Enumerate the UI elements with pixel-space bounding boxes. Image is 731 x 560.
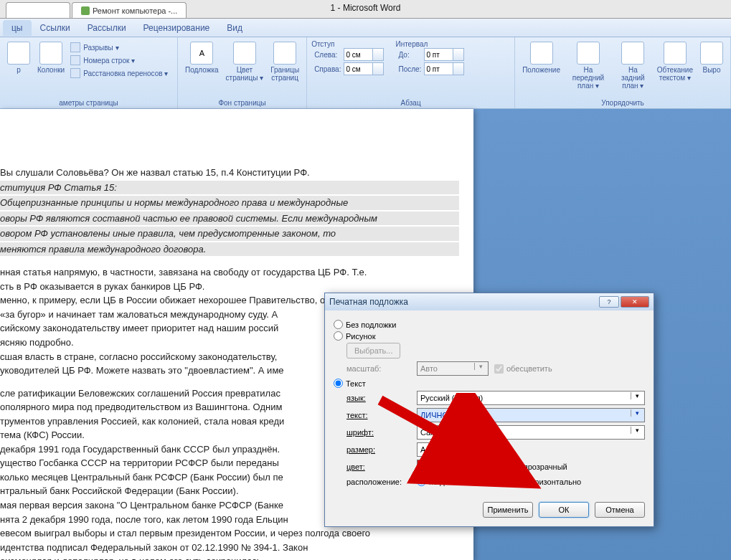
- color-label: цвет:: [346, 462, 411, 471]
- columns-button[interactable]: Колонки: [34, 40, 67, 79]
- hyphen-icon: [70, 68, 80, 78]
- pagecolor-icon: [233, 42, 256, 65]
- group-arrange: Положение На передний план ▾ На задний п…: [515, 37, 731, 108]
- favicon-icon: [81, 6, 90, 15]
- tab-label: Ремонт компьютера -...: [93, 6, 177, 15]
- radio-picture[interactable]: Рисунок: [334, 331, 645, 341]
- ribbon-tab-mailings[interactable]: Рассылки: [79, 20, 135, 36]
- window-title: 1 - Microsoft Word: [331, 3, 401, 13]
- ribbon-tabstrip: цы Ссылки Рассылки Рецензирование Вид: [0, 19, 731, 37]
- apply-button[interactable]: Применить: [483, 502, 533, 518]
- size-label: размер:: [346, 445, 411, 454]
- sel-icon: [700, 42, 723, 65]
- lines-icon: [70, 55, 80, 65]
- text-label: текст:: [346, 411, 411, 419]
- font-label: шрифт:: [346, 428, 411, 437]
- doc-line: нная статья напрямую, в частности, завяз…: [0, 266, 459, 279]
- radio-no-watermark[interactable]: Без подложки: [334, 320, 645, 329]
- back-icon: [621, 42, 644, 65]
- scale-label: масштаб:: [346, 364, 411, 373]
- doc-line: оизменялся и дополнялся, но в целом его …: [0, 555, 459, 560]
- text-wrap-button[interactable]: Обтекание текстом ▾: [654, 40, 696, 91]
- margins-icon: [7, 42, 30, 65]
- group-label: Абзац: [311, 98, 510, 108]
- doc-line: сть в РФ оказывается в руках банкиров ЦБ…: [0, 280, 459, 293]
- spacing-title: Интервал: [395, 40, 464, 48]
- group-label: аметры страницы: [4, 98, 173, 108]
- browser-tab-b[interactable]: Ремонт компьютера -...: [72, 2, 187, 18]
- position-icon: [530, 42, 553, 65]
- breaks-icon: [70, 42, 80, 52]
- columns-icon: [39, 42, 62, 65]
- send-back-button[interactable]: На задний план ▾: [613, 40, 653, 91]
- font-combo[interactable]: Calibri: [417, 425, 645, 440]
- doc-line: оворы РФ являются составной частью ее пр…: [0, 212, 459, 226]
- dialog-title: Печатная подложка: [329, 297, 408, 307]
- spacing-before-input[interactable]: 0 пт: [424, 48, 464, 61]
- watermark-dialog: Печатная подложка ? ✕ Без подложки Рисун…: [324, 293, 654, 527]
- group-page-background: AПодложка Цвет страницы ▾ Границы страни…: [178, 37, 307, 108]
- indent-left-input[interactable]: 0 см: [344, 48, 384, 61]
- washout-checkbox: обесцветить: [494, 364, 552, 374]
- color-picker[interactable]: [417, 460, 489, 474]
- ribbon-tab-review[interactable]: Рецензирование: [135, 20, 219, 36]
- radio-horizontal[interactable]: горизонтально: [498, 477, 581, 486]
- margins-button[interactable]: р: [4, 40, 33, 79]
- line-numbers-button[interactable]: Номера строк ▾: [69, 54, 169, 66]
- indent-right-input[interactable]: 0 см: [344, 62, 384, 75]
- borders-icon: [273, 42, 296, 65]
- language-label: язык:: [346, 394, 411, 402]
- page-borders-button[interactable]: Границы страниц: [268, 40, 302, 83]
- semitransparent-checkbox[interactable]: полупрозрачный: [494, 462, 567, 472]
- breaks-button[interactable]: Разрывы ▾: [69, 42, 169, 53]
- bring-front-button[interactable]: На передний план ▾: [565, 40, 612, 91]
- language-combo[interactable]: Русский (Россия): [417, 391, 645, 405]
- text-combo[interactable]: ЛИЧНОЕ: [417, 408, 645, 422]
- dialog-button-row: Применить ОК Отмена: [325, 496, 654, 526]
- ok-button[interactable]: ОК: [539, 502, 589, 518]
- size-combo[interactable]: Авто: [417, 442, 489, 457]
- doc-line: евесом выиграл выборы и стал первым през…: [0, 527, 459, 540]
- selection-pane-button[interactable]: Выро: [697, 40, 726, 91]
- doc-line: ституция РФ Статья 15:: [0, 181, 459, 195]
- spacing-after-input[interactable]: 0 пт: [424, 62, 464, 75]
- scale-combo: Авто: [417, 361, 489, 376]
- doc-line: Вы слушали Соловьёва? Он же назвал стать…: [0, 166, 459, 179]
- doc-line: идентства подписал Федеральный закон от …: [0, 541, 459, 554]
- ribbon-tab-view[interactable]: Вид: [218, 20, 251, 36]
- browser-tab-a[interactable]: [6, 2, 70, 18]
- doc-line: Общепризнанные принципы и нормы междунар…: [0, 196, 459, 210]
- hyphenation-button[interactable]: Расстановка переносов ▾: [69, 67, 169, 79]
- ribbon-tab-layout[interactable]: цы: [3, 20, 32, 36]
- radio-diagonal[interactable]: по диагонали: [417, 477, 478, 486]
- doc-line: овором РФ установлены иные правила, чем …: [0, 227, 459, 241]
- group-paragraph: Отступ Слева:0 см Справа:0 см Интервал Д…: [307, 37, 515, 108]
- ribbon-tab-links[interactable]: Ссылки: [32, 20, 79, 36]
- front-icon: [577, 42, 600, 65]
- group-label: Фон страницы: [182, 98, 302, 108]
- position-button[interactable]: Положение: [519, 40, 563, 91]
- close-button[interactable]: ✕: [621, 296, 649, 308]
- group-label: Упорядочить: [519, 98, 726, 108]
- indent-title: Отступ: [311, 40, 384, 48]
- watermark-icon: A: [190, 42, 213, 65]
- group-page-setup: р Колонки Разрывы ▾ Номера строк ▾ Расст…: [0, 37, 178, 108]
- doc-line: меняются правила международного договора…: [0, 242, 459, 257]
- dialog-titlebar[interactable]: Печатная подложка ? ✕: [325, 293, 654, 310]
- help-button[interactable]: ?: [599, 296, 619, 308]
- wrap-icon: [664, 42, 687, 65]
- select-picture-button: Выбрать...: [346, 343, 400, 359]
- radio-text[interactable]: Текст: [334, 379, 645, 388]
- cancel-button[interactable]: Отмена: [595, 502, 645, 518]
- layout-label: расположение:: [346, 478, 411, 486]
- watermark-button[interactable]: AПодложка: [182, 40, 222, 83]
- page-color-button[interactable]: Цвет страницы ▾: [223, 40, 267, 83]
- ribbon: р Колонки Разрывы ▾ Номера строк ▾ Расст…: [0, 37, 731, 109]
- dialog-body: Без подложки Рисунок Выбрать... масштаб:…: [325, 310, 654, 496]
